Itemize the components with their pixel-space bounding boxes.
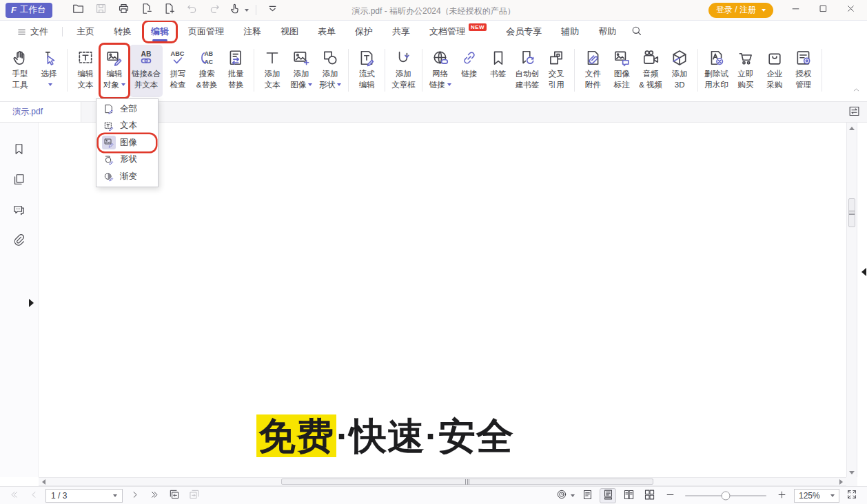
fullscreen-button[interactable] (844, 488, 860, 503)
scroll-down-arrow[interactable] (849, 471, 855, 474)
edit-object-text[interactable]: 文本 (99, 118, 156, 135)
remove-trial-watermark-button[interactable]: 删除试用水印 (702, 45, 731, 97)
ribbon-label: 文章框 (391, 80, 416, 91)
menu-doc-manage[interactable]: 文档管理NEW (422, 22, 493, 41)
menu-page-manage[interactable]: 页面管理 (181, 22, 231, 41)
pages-panel-button[interactable] (10, 171, 28, 187)
link-join-text-button[interactable]: AB链接&合并文本 (130, 45, 163, 97)
add-3d-button[interactable]: 添加3D (666, 45, 693, 97)
vertical-scrollbar[interactable] (846, 123, 857, 477)
facing-continuous-icon (644, 489, 655, 503)
menu-protect[interactable]: 保护 (348, 22, 380, 41)
search-button[interactable] (627, 23, 645, 40)
workspace-button[interactable]: F 工作台 (6, 3, 52, 18)
ribbon-label: 图像 (614, 69, 630, 80)
continuous-view-button[interactable] (600, 488, 616, 503)
ribbon-label: 链接&合 (132, 69, 161, 80)
edit-object-all[interactable]: 全部 (99, 101, 156, 118)
cross-reference-button[interactable]: 交叉引用 (542, 45, 570, 97)
expand-left-panel-handle[interactable] (29, 299, 34, 307)
expand-right-panel-handle[interactable] (861, 268, 866, 276)
customize-toolbar-button[interactable] (263, 2, 281, 19)
collapse-ribbon-button[interactable] (852, 85, 861, 97)
document-page[interactable]: 免费·快速·安全 (39, 123, 846, 477)
horizontal-scrollbar[interactable] (39, 477, 846, 486)
image-annotation-button[interactable]: 图像标注 (608, 45, 635, 97)
edit-object-shape[interactable]: 形状 (99, 151, 156, 169)
print-button[interactable] (114, 2, 132, 19)
audio-video-button[interactable]: 音频& 视频 (637, 45, 664, 97)
zoom-level-select[interactable]: 125% (794, 489, 839, 503)
edit-object-image[interactable]: 图像 (99, 134, 156, 151)
menu-convert[interactable]: 转换 (107, 22, 139, 41)
edit-text-button[interactable]: 编辑文本 (72, 45, 99, 97)
previous-view-button[interactable] (166, 488, 183, 503)
select-tool-button[interactable]: 选择 (35, 45, 63, 97)
zoom-out-button[interactable] (662, 488, 678, 503)
touch-mode-button[interactable] (228, 2, 249, 19)
maximize-button[interactable] (813, 2, 833, 19)
attachments-panel-button[interactable] (10, 231, 28, 248)
scroll-right-arrow[interactable] (839, 479, 843, 485)
scroll-up-arrow[interactable] (849, 127, 855, 130)
buy-cart-icon (737, 47, 755, 69)
bookmark-icon (489, 47, 507, 69)
menu-file[interactable]: 文件 (10, 22, 55, 41)
menu-form[interactable]: 表单 (311, 22, 343, 41)
toolbar-more-icon (266, 2, 279, 18)
ribbon-label: 编辑 (78, 69, 94, 80)
menu-share[interactable]: 共享 (385, 22, 417, 41)
open-file-button[interactable] (69, 2, 87, 19)
bookmarks-panel-button[interactable] (10, 140, 28, 157)
add-text-button[interactable]: 添加文本 (258, 45, 286, 97)
flow-edit-button[interactable]: 流式编辑 (353, 45, 380, 97)
web-link-button[interactable]: 网络链接 (427, 45, 454, 97)
comments-panel-button[interactable] (10, 201, 28, 218)
document-tab[interactable]: 演示.pdf (0, 102, 81, 122)
add-article-box-button[interactable]: 添加文章框 (389, 45, 418, 97)
buy-now-button[interactable]: 立即购买 (732, 45, 759, 97)
menu-home[interactable]: 主页 (70, 22, 101, 41)
single-page-view-button[interactable] (579, 488, 595, 503)
batch-replace-button[interactable]: 批量替换 (222, 45, 249, 97)
bookmark-button[interactable]: 书签 (484, 45, 512, 97)
zoom-in-button[interactable] (773, 488, 790, 503)
swap-panel-button[interactable] (847, 105, 861, 119)
add-image-button[interactable]: 添加图像 (287, 45, 315, 97)
zoom-slider-handle[interactable] (722, 491, 731, 500)
minimize-button[interactable] (786, 2, 805, 19)
last-page-button[interactable] (146, 488, 163, 503)
menu-comment[interactable]: 注释 (236, 22, 268, 41)
auto-create-bookmark-button[interactable]: 自动创建书签 (513, 45, 542, 97)
ribbon-label: 3D (675, 80, 685, 91)
file-attachment-button[interactable]: 文件附件 (579, 45, 606, 97)
hand-tool-button[interactable]: 手型工具 (6, 45, 34, 97)
horizontal-scrollbar-thumb[interactable] (281, 479, 653, 485)
menu-view[interactable]: 视图 (274, 22, 305, 41)
spell-check-button[interactable]: ABC拼写检查 (164, 45, 192, 97)
highlighted-text: 免费 (256, 414, 336, 457)
create-page-button[interactable] (160, 2, 178, 19)
menu-help[interactable]: 帮助 (591, 22, 623, 41)
menu-assist[interactable]: 辅助 (554, 22, 586, 41)
menu-member[interactable]: 会员专享 (499, 22, 549, 41)
facing-continuous-view-button[interactable] (641, 488, 657, 503)
add-shape-button[interactable]: 添加形状 (316, 45, 344, 97)
link-button[interactable]: 链接 (456, 45, 483, 97)
vertical-scrollbar-thumb[interactable] (848, 198, 855, 227)
edit-object-gradient[interactable]: 渐变 (99, 168, 156, 185)
zoom-slider[interactable] (685, 495, 766, 496)
search-replace-button[interactable]: ABAC搜索&替换 (193, 45, 221, 97)
login-register-button[interactable]: 登录 / 注册 (708, 3, 773, 18)
enterprise-purchase-button[interactable]: 企业采购 (761, 45, 788, 97)
menu-edit[interactable]: 编辑 (144, 22, 176, 41)
license-management-button[interactable]: 授权管理 (790, 45, 817, 97)
export-page-button[interactable] (137, 2, 155, 19)
scroll-left-arrow[interactable] (42, 479, 45, 485)
next-page-button[interactable] (126, 488, 143, 503)
auto-scroll-button[interactable] (556, 488, 575, 503)
edit-object-button[interactable]: 编辑对象 (101, 45, 128, 97)
page-number-input[interactable]: 1 / 3 (45, 489, 123, 503)
close-button[interactable] (841, 2, 860, 19)
facing-view-button[interactable] (620, 488, 637, 503)
